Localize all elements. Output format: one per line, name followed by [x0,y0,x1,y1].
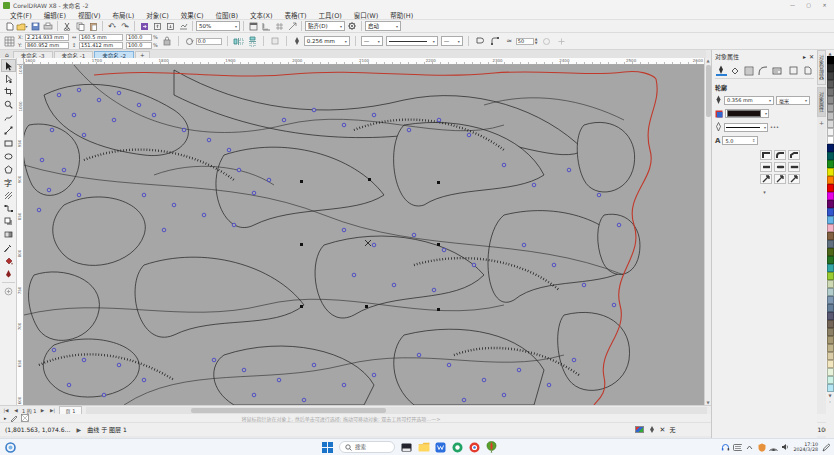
palette-swatch[interactable] [827,264,834,272]
page-tab-icon[interactable] [802,65,813,76]
coreldraw-app-icon[interactable] [485,441,498,454]
rectangle-tool[interactable] [1,137,16,150]
arrow-option-3-button[interactable] [788,174,800,184]
vertical-scrollbar[interactable]: ▲ ▼ [704,58,711,405]
drawing-canvas[interactable] [24,65,704,405]
close-button[interactable]: ✕ [818,1,831,10]
polygon-tool[interactable] [1,163,16,176]
palette-swatch[interactable] [827,128,834,136]
docker-vtab-object-properties[interactable]: 对象属性 [817,87,826,117]
scale-x-field[interactable]: 100.0 [126,34,152,41]
palette-swatch[interactable] [827,224,834,232]
palette-swatch[interactable] [827,216,834,224]
cut-icon[interactable] [61,20,73,32]
zoom-tool[interactable] [1,98,16,111]
tray-volume-icon[interactable] [781,443,790,452]
freehand-tool[interactable] [1,111,16,124]
x-position-field[interactable]: 2,214.933 mm [25,34,69,41]
outline-color-combo[interactable]: ▾ [725,109,769,118]
palette-swatch[interactable] [827,376,834,384]
first-page-button[interactable]: |◀ [2,407,10,414]
new-document-icon[interactable] [3,20,15,32]
tray-security-icon[interactable] [757,443,766,452]
palette-swatch[interactable] [827,296,834,304]
palette-swatch[interactable] [827,72,834,80]
convert-to-curves-icon[interactable] [540,35,552,47]
save-icon[interactable] [29,20,41,32]
miter-corner-button[interactable] [760,150,772,160]
transparency-tool[interactable] [1,228,16,241]
palette-swatch[interactable] [827,160,834,168]
fill-tab-icon[interactable] [730,65,741,76]
document-tab-3-active[interactable]: 未命名 -2 [94,51,134,58]
next-page-button[interactable]: ▶ [39,407,47,414]
maximize-button[interactable]: ▢ [802,1,815,10]
palette-flyout-icon[interactable]: › [829,398,831,404]
docker-outline-width-combo[interactable]: 0.356 mm▾ [724,96,774,105]
last-page-button[interactable]: ▶| [49,407,57,414]
butt-cap-button[interactable] [760,162,772,172]
task-view-app-icon[interactable] [400,441,413,454]
outline-unit-combo[interactable]: 毫米▾ [776,96,810,105]
palette-swatch[interactable] [827,208,834,216]
menu-item[interactable]: 编辑(E) [38,10,72,20]
import-icon[interactable] [138,20,150,32]
redo-icon[interactable]: ↷▾ [119,20,131,32]
prev-page-button[interactable]: ◀ [12,407,20,414]
frame-tab-icon[interactable] [788,65,799,76]
taskbar-search-box[interactable]: 搜索 [339,441,395,453]
palette-swatch[interactable] [827,144,834,152]
bevel-corner-button[interactable] [788,150,800,160]
palette-swatch[interactable] [827,240,834,248]
browser-app-icon[interactable] [468,441,481,454]
pick-tool[interactable] [1,59,16,72]
smart-fill-tool[interactable] [1,267,16,280]
tray-pen-icon[interactable] [821,443,830,452]
arrow-option-2-button[interactable] [774,174,786,184]
palette-swatch[interactable] [827,120,834,128]
horizontal-scrollbar[interactable] [86,407,707,414]
shape-tool[interactable] [1,72,16,85]
365-app-icon[interactable] [451,441,464,454]
corner-icon[interactable] [489,35,501,47]
start-arrowhead-combo[interactable]: —▾ [361,36,383,46]
palette-swatch[interactable] [827,112,834,120]
add-docker-button[interactable]: + [819,119,824,126]
line-style-combo[interactable]: ▾ [386,36,438,46]
drop-shadow-tool[interactable] [1,215,16,228]
file-explorer-icon[interactable] [417,441,430,454]
vertical-ruler[interactable]: 10501000950900850800750700650600 [17,65,24,405]
transparency-tab-icon[interactable] [744,65,755,76]
scroll-up-arrow[interactable]: ▲ [706,58,709,63]
text-tool[interactable]: 字 [1,176,16,189]
palette-swatch[interactable] [827,288,834,296]
docker-close-icon[interactable]: ✕ [809,53,814,60]
rotation-angle-field[interactable]: 0.0 [196,38,222,45]
export-up-icon[interactable] [151,20,163,32]
palette-swatch[interactable] [827,344,834,352]
paste-icon[interactable] [87,20,99,32]
round-corner-button[interactable] [774,150,786,160]
scale-factor-checkbox[interactable] [269,35,281,47]
menu-item[interactable]: 帮助(H) [384,10,419,20]
tray-headset-icon[interactable] [721,443,730,452]
menu-item[interactable]: 文本(X) [244,10,279,20]
menu-item[interactable]: 工具(O) [313,10,348,20]
wps-app-icon[interactable] [434,441,447,454]
palette-swatch[interactable] [827,312,834,320]
y-position-field[interactable]: 860.952 mm [25,42,69,49]
tray-keyboard-icon[interactable] [733,443,742,452]
object-width-field[interactable]: 160.5 mm [79,34,123,41]
palette-swatch[interactable] [827,176,834,184]
palette-swatch[interactable] [827,184,834,192]
taskbar-clock[interactable]: 17:10 2024/3/28 [793,442,818,453]
palette-swatch[interactable] [827,336,834,344]
arrow-option-1-button[interactable] [760,174,772,184]
menu-item[interactable]: 视图(V) [72,10,107,20]
palette-swatch[interactable] [827,328,834,336]
palette-swatch[interactable] [827,168,834,176]
publish-icon[interactable] [177,20,189,32]
undo-icon[interactable]: ↶▾ [106,20,118,32]
tray-caret-icon[interactable] [745,443,754,452]
open-icon[interactable]: ▾ [16,20,28,32]
